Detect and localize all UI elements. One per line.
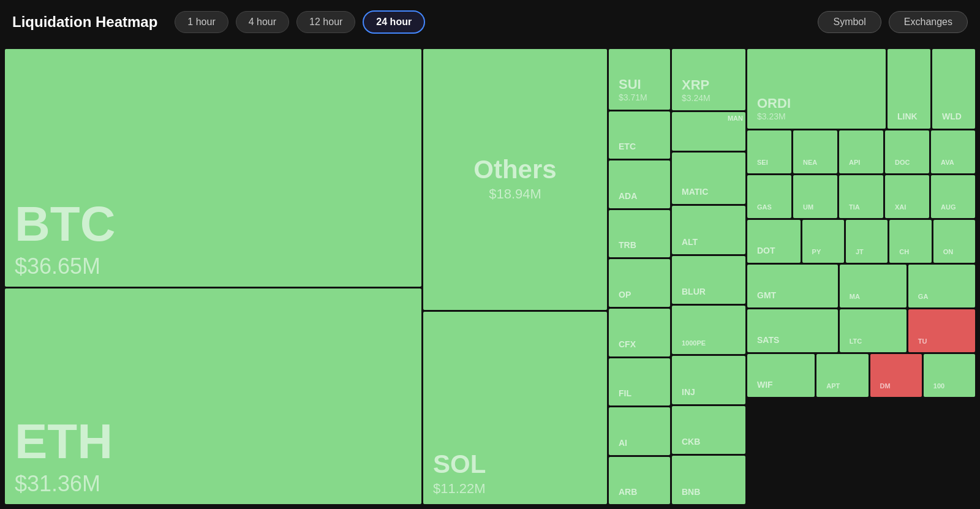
eth-name: ETH (15, 417, 113, 466)
nea-name: NEA (803, 159, 817, 166)
ai-name: AI (619, 438, 627, 448)
cell-gmt[interactable]: GMT (747, 265, 838, 307)
cell-api[interactable]: API (839, 130, 883, 173)
cell-fil[interactable]: FIL (609, 358, 670, 406)
dm-name: DM (880, 382, 891, 390)
page-title: Liquidation Heatmap (12, 13, 157, 31)
cell-btc[interactable]: BTC $36.65M (5, 49, 421, 287)
cell-matic[interactable]: MATIC (672, 153, 745, 204)
ltc-name: LTC (850, 337, 862, 345)
mid-column: Others $18.94M SOL $11.22M (423, 49, 607, 504)
cell-ordi[interactable]: ORDI $3.23M (747, 49, 886, 129)
sats-name: SATS (757, 335, 779, 345)
header: Liquidation Heatmap 1 hour 4 hour 12 hou… (0, 0, 980, 44)
cell-dot[interactable]: DOT (747, 220, 801, 263)
cell-arb[interactable]: ARB (609, 457, 670, 505)
cell-xai[interactable]: XAI (885, 175, 929, 218)
btn-12hour[interactable]: 12 hour (296, 11, 355, 33)
tia-name: TIA (849, 203, 860, 211)
wld-name: WLD (942, 111, 962, 121)
btc-value: $36.65M (15, 254, 100, 279)
cell-py[interactable]: PY (802, 220, 844, 263)
sui-value: $3.71M (619, 92, 647, 102)
btn-24hour[interactable]: 24 hour (363, 10, 425, 34)
xai-name: XAI (895, 203, 906, 211)
cell-um[interactable]: UM (793, 175, 837, 218)
trb-name: TRB (619, 240, 636, 250)
cell-tia[interactable]: TIA (839, 175, 883, 218)
right-sub2: XRP $3.24M MAN MATIC ALT BLUR 1000PE INJ (672, 49, 745, 504)
right-sub3: ORDI $3.23M LINK WLD SEI NEA (747, 49, 975, 504)
cell-sei[interactable]: SEI (747, 130, 791, 173)
doc-name: DOC (895, 159, 910, 166)
btn-4hour[interactable]: 4 hour (236, 11, 289, 33)
cell-100[interactable]: 100 (924, 354, 975, 397)
ordi-value: $3.23M (757, 111, 786, 121)
op-name: OP (619, 290, 631, 300)
cell-eth[interactable]: ETH $31.36M (5, 288, 421, 504)
cell-op[interactable]: OP (609, 259, 670, 307)
cell-xrp[interactable]: XRP $3.24M (672, 49, 745, 110)
cell-others[interactable]: Others $18.94M (423, 49, 607, 310)
cell-dm[interactable]: DM (870, 354, 922, 397)
sol-name: SOL (433, 451, 486, 477)
um-name: UM (803, 203, 813, 211)
cell-etc[interactable]: ETC (609, 111, 670, 159)
cell-1000pe[interactable]: 1000PE (672, 306, 745, 354)
cell-blur[interactable]: BLUR (672, 256, 745, 304)
cell-tu[interactable]: TU (908, 309, 975, 352)
wif-name: WIF (757, 380, 773, 390)
cell-bnb[interactable]: BNB (672, 456, 745, 504)
gmt-name: GMT (757, 290, 776, 300)
inj-name: INJ (682, 387, 695, 397)
btn-exchanges[interactable]: Exchanges (889, 11, 968, 33)
bnb-name: BNB (682, 487, 700, 497)
tu-name: TU (918, 337, 927, 345)
pe1000-name: 1000PE (682, 339, 706, 347)
cell-ma[interactable]: MA (840, 265, 907, 307)
matic-name: MATIC (682, 187, 708, 197)
eth-value: $31.36M (15, 471, 100, 497)
ckb-name: CKB (682, 437, 700, 447)
cell-ga[interactable]: GA (908, 265, 975, 307)
alt-name: ALT (682, 237, 698, 247)
cell-apt[interactable]: APT (816, 354, 868, 397)
cell-doc[interactable]: DOC (885, 130, 929, 173)
btn-1hour[interactable]: 1 hour (175, 11, 228, 33)
cell-wif[interactable]: WIF (747, 354, 815, 397)
fil-name: FIL (619, 388, 631, 398)
xrp-value: $3.24M (682, 93, 710, 103)
btn-symbol[interactable]: Symbol (818, 11, 881, 33)
blur-name: BLUR (682, 287, 706, 296)
cell-ava[interactable]: AVA (931, 130, 975, 173)
cfx-name: CFX (619, 339, 636, 349)
cell-ltc[interactable]: LTC (840, 309, 907, 352)
cell-ada[interactable]: ADA (609, 160, 670, 208)
cell-ch[interactable]: CH (889, 220, 931, 263)
cell-man[interactable]: MAN (672, 112, 745, 151)
cell-inj[interactable]: INJ (672, 356, 745, 404)
cell-jt[interactable]: JT (846, 220, 888, 263)
cell-cfx[interactable]: CFX (609, 309, 670, 356)
cell-wld[interactable]: WLD (932, 49, 975, 129)
cell-aug[interactable]: AUG (931, 175, 975, 218)
cell-link[interactable]: LINK (888, 49, 930, 129)
cell-sol[interactable]: SOL $11.22M (423, 312, 607, 504)
ordi-name: ORDI (757, 96, 791, 111)
cell-trb[interactable]: TRB (609, 210, 670, 258)
cell-ai[interactable]: AI (609, 407, 670, 455)
others-name: Others (473, 157, 556, 183)
cell-sui[interactable]: SUI $3.71M (609, 49, 670, 110)
cell-sats[interactable]: SATS (747, 309, 838, 352)
sei-name: SEI (757, 159, 768, 166)
api-name: API (849, 159, 860, 166)
cell-nea[interactable]: NEA (793, 130, 837, 173)
cell-gas[interactable]: GAS (747, 175, 791, 218)
cell-ckb[interactable]: CKB (672, 406, 745, 454)
arb-name: ARB (619, 487, 637, 497)
cell-alt[interactable]: ALT (672, 206, 745, 254)
cell-on[interactable]: ON (933, 220, 975, 263)
btc-name: BTC (15, 200, 115, 249)
on-name: ON (943, 248, 954, 255)
dot-name: DOT (757, 246, 775, 255)
